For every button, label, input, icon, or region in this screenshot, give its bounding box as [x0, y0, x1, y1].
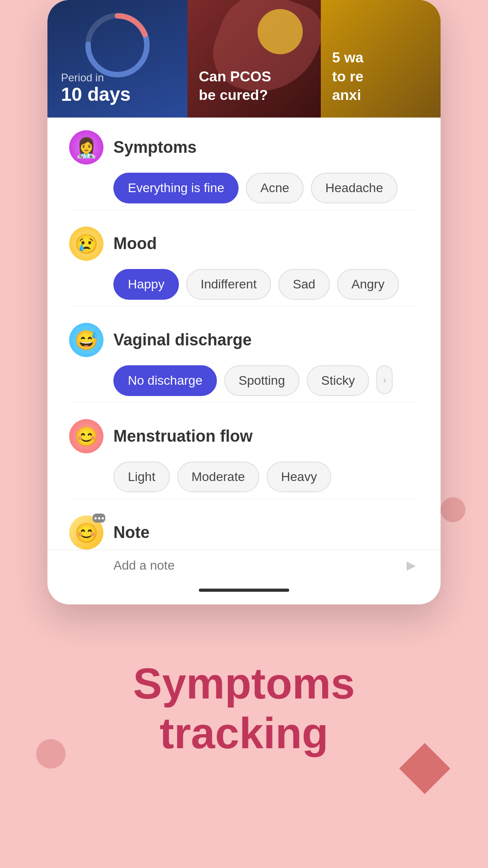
chip-acne[interactable]: Acne — [246, 173, 304, 203]
discharge-header: 😅 Vaginal discharge — [69, 323, 419, 357]
pcos-circle-yellow — [258, 9, 303, 54]
note-input-row: ► — [47, 550, 441, 580]
symptoms-chips: Everything is fine Acne Headache — [69, 173, 419, 203]
symptoms-header: 👩‍⚕️ Symptoms — [69, 130, 419, 165]
flow-section: 😊 Menstruation flow Light Moderate Heavy — [47, 406, 441, 495]
chip-angry[interactable]: Angry — [337, 269, 399, 300]
flow-chips: Light Moderate Heavy — [69, 462, 419, 492]
chip-sticky[interactable]: Sticky — [307, 365, 370, 396]
discharge-section: 😅 Vaginal discharge No discharge Spottin… — [47, 310, 441, 399]
symptoms-title: Symptoms — [113, 138, 197, 157]
mood-chips: Happy Indifferent Sad Angry — [69, 269, 419, 300]
note-section: 😊 Note — [47, 503, 441, 550]
chip-indifferent[interactable]: Indifferent — [186, 269, 271, 300]
mood-icon: 😢 — [69, 226, 103, 261]
anxiety-card[interactable]: 5 wa to re anxi — [321, 0, 441, 118]
flow-title: Menstruation flow — [113, 427, 253, 446]
flow-icon: 😊 — [69, 419, 103, 453]
discharge-title: Vaginal discharge — [113, 330, 252, 349]
discharge-icon: 😅 — [69, 323, 103, 357]
divider-1 — [69, 210, 419, 210]
note-header: 😊 Note — [69, 515, 419, 550]
period-days: 10 days — [61, 84, 174, 105]
home-bar — [47, 580, 441, 604]
pcos-card[interactable]: Can PCOS be cured? — [188, 0, 321, 118]
chip-light[interactable]: Light — [113, 462, 170, 492]
anxiety-text: 5 wa to re anxi — [332, 48, 432, 105]
chip-everything-fine[interactable]: Everything is fine — [113, 173, 239, 203]
pcos-text: Can PCOS be cured? — [199, 67, 310, 105]
chip-happy[interactable]: Happy — [113, 269, 179, 300]
period-ring — [81, 9, 154, 81]
divider-4 — [69, 499, 419, 499]
mood-title: Mood — [113, 234, 157, 253]
chip-moderate[interactable]: Moderate — [177, 462, 259, 492]
symptoms-section: 👩‍⚕️ Symptoms Everything is fine Acne He… — [47, 118, 441, 206]
bottom-title: Symptoms tracking — [133, 659, 355, 759]
carousel: Period in 10 days Can PCOS be cured? 5 w… — [47, 0, 441, 118]
period-card[interactable]: Period in 10 days — [47, 0, 188, 118]
note-input[interactable] — [113, 558, 396, 573]
mood-section: 😢 Mood Happy Indifferent Sad Angry — [47, 214, 441, 302]
chip-heavy[interactable]: Heavy — [267, 462, 331, 492]
chip-more-indicator: › — [376, 365, 393, 394]
home-bar-line — [199, 589, 289, 592]
bg-decoration-dot — [441, 497, 465, 522]
divider-2 — [69, 306, 419, 307]
chip-headache[interactable]: Headache — [311, 173, 398, 203]
chip-spotting[interactable]: Spotting — [224, 365, 300, 396]
chip-sad[interactable]: Sad — [278, 269, 330, 300]
mood-header: 😢 Mood — [69, 226, 419, 261]
send-icon[interactable]: ► — [404, 557, 419, 574]
flow-header: 😊 Menstruation flow — [69, 419, 419, 453]
phone-card: Period in 10 days Can PCOS be cured? 5 w… — [47, 0, 441, 604]
note-icon: 😊 — [69, 515, 103, 550]
bottom-text-section: Symptoms tracking — [0, 604, 488, 821]
symptoms-icon: 👩‍⚕️ — [69, 130, 103, 165]
note-title: Note — [113, 523, 150, 542]
divider-3 — [69, 402, 419, 403]
chip-no-discharge[interactable]: No discharge — [113, 365, 217, 396]
discharge-chips: No discharge Spotting Sticky › — [69, 365, 419, 396]
bg-decoration-dot-2 — [36, 739, 66, 769]
